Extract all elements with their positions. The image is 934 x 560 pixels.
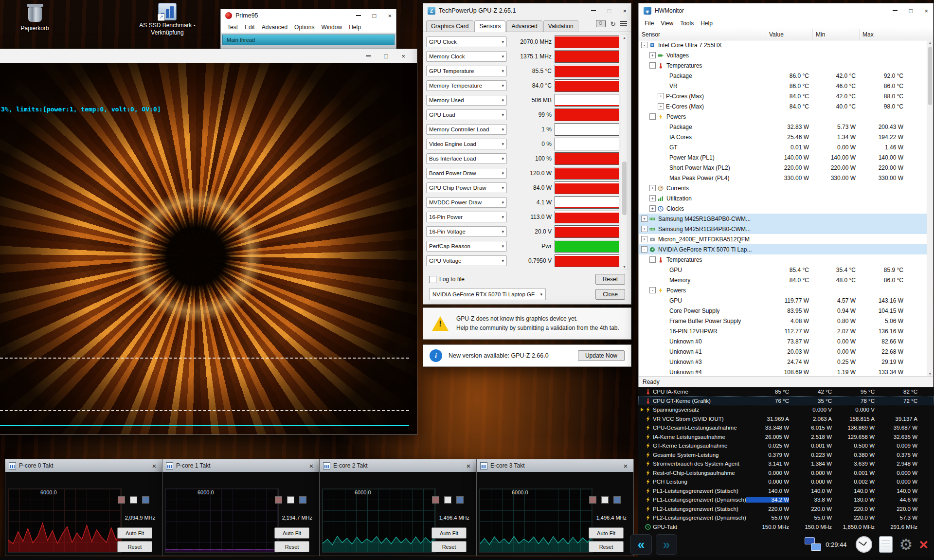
column-sensor[interactable]: Sensor [639, 29, 766, 40]
hwmonitor-row[interactable]: +Micron_2400E_MTFDKBA512QFM [639, 234, 933, 244]
legend-box[interactable] [456, 496, 464, 504]
minimize-button[interactable] [591, 10, 596, 11]
sensor-select[interactable]: 16-Pin Power▾ [426, 212, 507, 222]
legend-box[interactable] [589, 496, 596, 504]
furmark-titlebar[interactable]: □ × [0, 49, 417, 63]
gpu-device-select[interactable]: NVIDIA GeForce RTX 5070 Ti Laptop GF ▾ [429, 289, 546, 300]
prime95-menu-window[interactable]: Window [318, 23, 345, 32]
prime95-menu-help[interactable]: Help [345, 23, 364, 32]
hwmonitor-row[interactable]: Package86.0 °C42.0 °C92.0 °C [639, 71, 933, 81]
hwmonitor-row[interactable]: Max Peak Power (PL4)330.00 W330.00 W330.… [639, 173, 933, 183]
tree-expander[interactable]: - [649, 113, 656, 120]
tree-expander[interactable]: - [641, 246, 647, 253]
graph-titlebar[interactable]: E-core 3 Takt× [477, 459, 633, 472]
log-notepad-icon[interactable] [879, 536, 893, 553]
hwmonitor-row[interactable]: +Currents [639, 183, 933, 193]
legend-box[interactable] [118, 496, 125, 504]
hwmonitor-row[interactable]: Memory84.0 °C48.0 °C86.0 °C [639, 275, 933, 285]
tab-validation[interactable]: Validation [543, 20, 578, 32]
hwmonitor-column-header[interactable]: Sensor Value Min Max [639, 29, 933, 40]
tab-sensors[interactable]: Sensors [474, 20, 505, 32]
screenshot-camera-icon[interactable] [596, 20, 606, 27]
sensor-select[interactable]: GPU Voltage▾ [426, 255, 507, 266]
close-button[interactable]: × [388, 13, 392, 19]
hwmonitor-row[interactable]: +Voltages [639, 50, 933, 60]
reset-button[interactable]: Reset [117, 541, 152, 552]
close-icon[interactable]: × [464, 462, 473, 470]
tab-graphics-card[interactable]: Graphics Card [426, 20, 473, 32]
hwmonitor-row[interactable]: +Samsung M425R1GB4PB0-CWM... [639, 214, 933, 224]
sensor-select[interactable]: Board Power Draw▾ [426, 168, 507, 179]
legend-box[interactable] [130, 496, 137, 504]
prime95-menu-test[interactable]: Test [224, 23, 241, 32]
sensor-select[interactable]: MVDDC Power Draw▾ [426, 197, 507, 208]
hwmonitor-row[interactable]: Package32.83 W5.73 W200.43 W [639, 122, 933, 132]
tree-expander[interactable]: + [658, 93, 664, 99]
checkbox-box[interactable] [429, 276, 436, 283]
hwmonitor-row[interactable]: -Temperatures [639, 60, 933, 71]
tree-expander[interactable]: + [641, 216, 647, 222]
hwmonitor-menu-tools[interactable]: Tools [677, 19, 697, 28]
hwmonitor-row[interactable]: +Utilization [639, 193, 933, 203]
hwmonitor-row[interactable]: -Powers [639, 285, 933, 295]
scroll-up-arrow[interactable]: ▲ [929, 41, 932, 44]
hwmonitor-row[interactable]: GT0.01 W0.00 W1.46 W [639, 142, 933, 152]
auto-fit-button[interactable]: Auto Fit [274, 527, 309, 539]
network-icon[interactable] [805, 537, 821, 552]
hwmonitor-menu-file[interactable]: File [641, 19, 657, 28]
hwinfo-row[interactable]: PCH Leistung0.000 W0.000 W0.002 W0.000 W [638, 477, 934, 487]
hwmonitor-scrollbar[interactable]: ▲ ▼ [927, 40, 933, 377]
hwinfo-row[interactable]: CPU IA-Kerne85 °C42 °C95 °C82 °C [638, 387, 934, 397]
hwmonitor-row[interactable]: -Intel Core Ultra 7 255HX [639, 40, 933, 50]
legend-box[interactable] [299, 496, 306, 504]
hwmonitor-row[interactable]: -Temperatures [639, 254, 933, 265]
prime95-titlebar[interactable]: Prime95 □ × [221, 9, 396, 22]
graph-titlebar[interactable]: P-core 1 Takt× [162, 459, 319, 472]
prime95-menu-edit[interactable]: Edit [241, 23, 258, 32]
hwmonitor-row[interactable]: Unknown #324.74 W0.25 W29.19 W [639, 357, 933, 367]
minimize-button[interactable] [366, 55, 371, 56]
hwmonitor-row[interactable]: +Samsung M425R1GB4PB0-CWM... [639, 224, 933, 234]
hwmonitor-row[interactable]: Short Power Max (PL2)220.00 W220.00 W220… [639, 163, 933, 173]
tree-expander[interactable]: - [649, 287, 656, 293]
legend-box[interactable] [613, 496, 621, 504]
settings-gear-icon[interactable]: ⚙ [899, 537, 913, 552]
reset-button[interactable]: Reset [431, 541, 467, 552]
prime95-menu-advanced[interactable]: Advanced [258, 23, 291, 32]
scroll-up-arrow[interactable]: ▲ [623, 36, 626, 39]
clock-icon[interactable] [856, 536, 872, 553]
close-red-icon[interactable]: × [919, 537, 928, 552]
hwmonitor-titlebar[interactable]: HWMonitor □ × [639, 3, 933, 18]
hwmonitor-row[interactable]: IA Cores25.46 W1.34 W194.22 W [639, 132, 933, 142]
hwinfo-row[interactable]: CPU GT-Kerne (Grafik)76 °C35 °C78 °C72 °… [638, 397, 934, 406]
hwmonitor-row[interactable]: +Clocks [639, 203, 933, 214]
sensor-select[interactable]: 16-Pin Voltage▾ [426, 226, 507, 237]
hwinfo-row[interactable]: VR VCC Strom (SVID IOUT)31.969 A2.063 A1… [638, 415, 934, 424]
hwinfo-row[interactable]: PL1-Leistungsgrenzwert (Dynamisch)34.2 W… [638, 495, 934, 505]
scroll-left-button[interactable]: « [630, 534, 652, 555]
hwmonitor-row[interactable]: Core Power Supply83.95 W0.94 W104.15 W [639, 306, 933, 316]
close-icon[interactable]: × [150, 462, 159, 470]
hwinfo-row[interactable]: Stromverbrauch des System Agent3.141 W1.… [638, 459, 934, 469]
sensor-select[interactable]: GPU Load▾ [426, 109, 507, 120]
tree-expander[interactable]: - [641, 42, 647, 48]
hwmonitor-row[interactable]: GPU119.77 W4.57 W143.16 W [639, 295, 933, 306]
legend-box[interactable] [601, 496, 609, 504]
legend-box[interactable] [287, 496, 294, 504]
hwmonitor-menu-help[interactable]: Help [697, 19, 716, 28]
hwmonitor-row[interactable]: +E-Cores (Max)84.0 °C40.0 °C98.0 °C [639, 101, 933, 111]
tree-expander[interactable]: + [649, 52, 656, 58]
update-now-button[interactable]: Update Now [578, 350, 625, 361]
legend-box[interactable] [275, 496, 282, 504]
refresh-icon[interactable]: ↻ [610, 20, 616, 27]
column-max[interactable]: Max [860, 29, 907, 40]
tree-expander[interactable]: + [641, 236, 647, 242]
gpuz-scrollbar[interactable]: ▲ ▼ [621, 35, 628, 270]
tab-advanced[interactable]: Advanced [506, 20, 542, 32]
auto-fit-button[interactable]: Auto Fit [117, 527, 152, 539]
hwmonitor-menu-view[interactable]: View [657, 19, 677, 28]
hwmonitor-row[interactable]: Unknown #4108.69 W1.19 W133.34 W [639, 367, 933, 377]
scroll-right-button[interactable]: » [656, 534, 677, 555]
auto-fit-button[interactable]: Auto Fit [431, 527, 467, 539]
hwmonitor-row[interactable]: Power Max (PL1)140.00 W140.00 W140.00 W [639, 152, 933, 163]
